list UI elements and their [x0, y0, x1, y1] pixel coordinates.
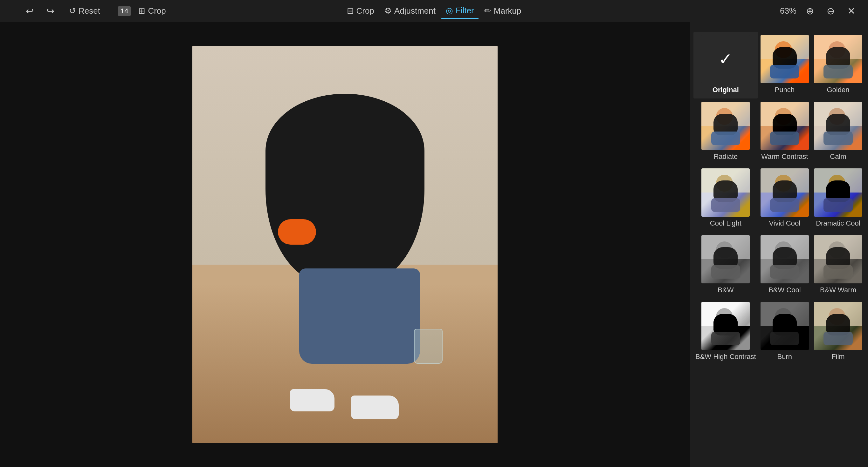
crop-button[interactable]: ⊞ Crop — [133, 3, 171, 19]
filter-thumb-vivid-cool — [761, 168, 809, 216]
reset-icon: ↺ — [69, 6, 76, 16]
filter-thumb-bw-warm — [814, 235, 862, 283]
filter-thumb-bw-cool — [761, 235, 809, 283]
thumb-jeans — [711, 332, 740, 345]
baby-jeans — [299, 268, 420, 364]
filter-thumb-cool-light — [702, 168, 750, 216]
thumb-jeans — [770, 65, 799, 78]
thumb-jeans — [711, 198, 740, 212]
filter-label-warm-contrast: Warm Contrast — [761, 153, 808, 161]
filter-item-cool-light[interactable]: Cool Light — [693, 165, 758, 232]
markup-icon: ✏ — [484, 6, 491, 16]
baby-toy — [278, 219, 316, 245]
undo-button[interactable]: ↩ — [23, 3, 37, 19]
filter-label-bw-warm: B&W Warm — [820, 286, 856, 294]
crop-tab-button[interactable]: ⊟ Crop — [342, 3, 379, 19]
thumb-image-warm-contrast — [761, 102, 809, 150]
thumb-jeans — [824, 198, 852, 212]
filter-label: Filter — [456, 6, 474, 15]
thumb-image-punch — [761, 35, 809, 83]
baby-body — [266, 94, 425, 284]
filter-thumb-film — [814, 302, 862, 350]
filter-label-original: Original — [713, 86, 739, 94]
filter-item-bw-high-contrast[interactable]: B&W High Contrast — [693, 299, 758, 365]
filter-label-bw: B&W — [718, 286, 734, 294]
thumb-image-dramatic-cool — [814, 168, 862, 216]
close-button[interactable]: ✕ — [844, 3, 859, 19]
filter-thumb-golden — [814, 35, 862, 83]
toolbar-right: 63% ⊕ ⊖ ✕ — [771, 3, 859, 19]
zoom-in-button[interactable]: ⊕ — [803, 3, 817, 19]
thumb-jeans — [824, 132, 852, 145]
crop-label: Crop — [148, 6, 166, 16]
filter-item-warm-contrast[interactable]: Warm Contrast — [758, 98, 811, 165]
markup-label: Markup — [494, 6, 521, 16]
filter-item-bw-warm[interactable]: B&W Warm — [811, 232, 865, 299]
filter-label-burn: Burn — [777, 353, 792, 361]
photo-background — [192, 46, 498, 443]
crop-tab-icon: ⊟ — [347, 6, 354, 16]
toolbar-divider — [13, 6, 13, 16]
thumb-image-radiate — [702, 102, 750, 150]
thumb-jeans — [824, 265, 852, 278]
main-photo — [192, 46, 498, 443]
canvas-area — [0, 22, 690, 467]
filter-item-radiate[interactable]: Radiate — [693, 98, 758, 165]
zoom-out-button[interactable]: ⊖ — [824, 3, 838, 19]
photo-container — [192, 46, 498, 443]
thumb-jeans — [824, 332, 852, 345]
thumb-image-golden — [814, 35, 862, 83]
markup-tab-button[interactable]: ✏ Markup — [479, 3, 527, 19]
main-content: ✓OriginalPunchGoldenRadiateWarm Contrast… — [0, 22, 868, 467]
reset-label: Reset — [79, 6, 100, 16]
filter-item-film[interactable]: Film — [811, 299, 865, 365]
filter-icon: ◎ — [446, 6, 453, 15]
thumb-jeans — [711, 265, 740, 278]
filter-item-golden[interactable]: Golden — [811, 32, 865, 98]
filter-thumb-dramatic-cool — [814, 168, 862, 216]
thumb-jeans — [770, 132, 799, 145]
adjustment-label: Adjustment — [394, 6, 436, 16]
redo-button[interactable]: ↪ — [43, 3, 58, 19]
filter-thumb-calm — [814, 102, 862, 150]
thumb-jeans — [711, 132, 740, 145]
thumb-image-bw-warm — [814, 235, 862, 283]
filter-item-original[interactable]: ✓Original — [693, 32, 758, 98]
filter-thumb-radiate — [702, 102, 750, 150]
filter-label-dramatic-cool: Dramatic Cool — [816, 219, 860, 228]
filter-label-radiate: Radiate — [713, 153, 738, 161]
thumb-jeans — [770, 332, 799, 345]
filter-tab-button[interactable]: ◎ Filter — [441, 3, 479, 19]
filter-item-vivid-cool[interactable]: Vivid Cool — [758, 165, 811, 232]
filter-item-bw-cool[interactable]: B&W Cool — [758, 232, 811, 299]
filter-thumb-burn — [761, 302, 809, 350]
thumb-image-burn — [761, 302, 809, 350]
adjustment-tab-button[interactable]: ⚙ Adjustment — [379, 3, 441, 19]
filter-item-burn[interactable]: Burn — [758, 299, 811, 365]
thumb-image-bw-high-contrast — [702, 302, 750, 350]
shoe-right — [351, 396, 399, 419]
checkmark-icon: ✓ — [719, 49, 733, 69]
filter-thumb-bw-high-contrast — [702, 302, 750, 350]
reset-button[interactable]: ↺ Reset — [64, 3, 105, 19]
thumb-image-film — [814, 302, 862, 350]
crop-count: 14 — [118, 6, 131, 16]
thumb-jeans — [770, 198, 799, 212]
filter-panel: ✓OriginalPunchGoldenRadiateWarm Contrast… — [690, 22, 868, 467]
filter-label-cool-light: Cool Light — [710, 219, 741, 228]
filter-label-calm: Calm — [830, 153, 846, 161]
filter-item-calm[interactable]: Calm — [811, 98, 865, 165]
filter-item-punch[interactable]: Punch — [758, 32, 811, 98]
toolbar: ↩ ↪ ↺ Reset 14 ⊞ Crop ⊟ Crop ⚙ Adjustmen… — [0, 0, 868, 22]
filter-thumb-punch — [761, 35, 809, 83]
filter-item-dramatic-cool[interactable]: Dramatic Cool — [811, 165, 865, 232]
thumb-jeans — [824, 65, 852, 78]
filter-label-bw-cool: B&W Cool — [769, 286, 801, 294]
adjustment-icon: ⚙ — [384, 6, 392, 16]
glass-jar — [414, 329, 442, 364]
filter-thumb-bw — [702, 235, 750, 283]
filter-item-bw[interactable]: B&W — [693, 232, 758, 299]
crop-tab-label: Crop — [356, 6, 374, 16]
filter-label-golden: Golden — [827, 86, 849, 94]
crop-icon: ⊞ — [138, 6, 145, 16]
